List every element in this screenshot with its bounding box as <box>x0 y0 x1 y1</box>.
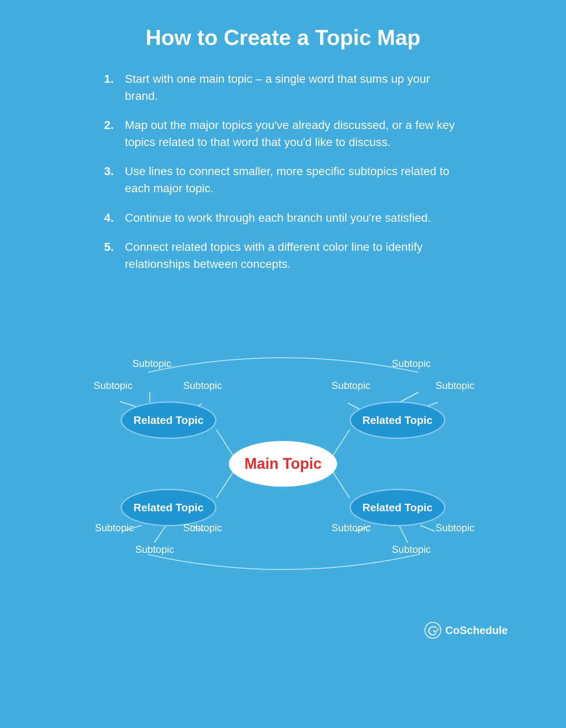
svg-line-3 <box>333 472 350 498</box>
brand-name: CoSchedule <box>445 624 508 637</box>
svg-line-7 <box>400 392 418 402</box>
related-topic-top-right-label: Related Topic <box>362 414 433 427</box>
svg-point-16 <box>425 622 441 638</box>
step-1: 1. Start with one main topic – a single … <box>104 71 462 104</box>
coschedule-icon <box>424 622 441 639</box>
subtopic-tr-left: Subtopic <box>332 380 370 391</box>
step-5: 5. Connect related topics with a differe… <box>104 239 462 272</box>
svg-line-0 <box>216 430 233 456</box>
subtopic-bl-bottom: Subtopic <box>135 544 174 555</box>
step-4: 4. Continue to work through each branch … <box>104 210 462 227</box>
step-2-text: Map out the major topics you've already … <box>125 117 462 151</box>
related-topic-bottom-left-label: Related Topic <box>134 501 204 514</box>
subtopic-bl-left: Subtopic <box>95 522 134 534</box>
related-topic-top-right: Related Topic <box>350 401 445 439</box>
step-3-text: Use lines to connect smaller, more speci… <box>125 163 462 197</box>
step-3: 3. Use lines to connect smaller, more sp… <box>104 163 462 197</box>
main-topic-node: Main Topic <box>229 441 337 487</box>
subtopic-br-right: Subtopic <box>436 522 474 534</box>
step-5-text: Connect related topics with a different … <box>125 239 462 272</box>
subtopic-bl-right: Subtopic <box>183 522 222 534</box>
related-topic-bottom-right-label: Related Topic <box>362 501 433 514</box>
brand-logo: CoSchedule <box>424 622 508 639</box>
svg-line-1 <box>333 430 350 456</box>
step-4-text: Continue to work through each branch unt… <box>125 210 431 227</box>
subtopic-tr-right: Subtopic <box>436 380 474 391</box>
step-5-number: 5. <box>104 239 125 256</box>
subtopic-br-bottom: Subtopic <box>392 544 431 555</box>
step-2: 2. Map out the major topics you've alrea… <box>104 117 462 151</box>
subtopic-tl-left: Subtopic <box>94 380 132 391</box>
step-4-number: 4. <box>104 210 125 227</box>
step-1-number: 1. <box>104 71 125 88</box>
svg-line-2 <box>216 472 233 498</box>
related-topic-bottom-left: Related Topic <box>121 489 216 526</box>
svg-line-12 <box>154 526 166 543</box>
step-1-text: Start with one main topic – a single wor… <box>125 71 462 104</box>
footer: CoSchedule <box>58 622 508 639</box>
subtopic-tl-right: Subtopic <box>183 380 222 391</box>
svg-line-15 <box>400 526 408 543</box>
topic-map-diagram: Main Topic Related Topic Related Topic R… <box>58 318 508 609</box>
svg-line-14 <box>420 525 435 531</box>
subtopic-tl-top: Subtopic <box>132 358 171 369</box>
page-title: How to Create a Topic Map <box>146 25 421 50</box>
steps-list: 1. Start with one main topic – a single … <box>104 71 462 285</box>
related-topic-bottom-right: Related Topic <box>350 489 445 526</box>
subtopic-tr-top: Subtopic <box>392 358 431 369</box>
step-2-number: 2. <box>104 117 125 134</box>
related-topic-top-left: Related Topic <box>121 401 216 439</box>
main-topic-label: Main Topic <box>244 455 321 473</box>
subtopic-br-left: Subtopic <box>332 522 370 534</box>
step-3-number: 3. <box>104 163 125 180</box>
related-topic-top-left-label: Related Topic <box>134 414 204 427</box>
